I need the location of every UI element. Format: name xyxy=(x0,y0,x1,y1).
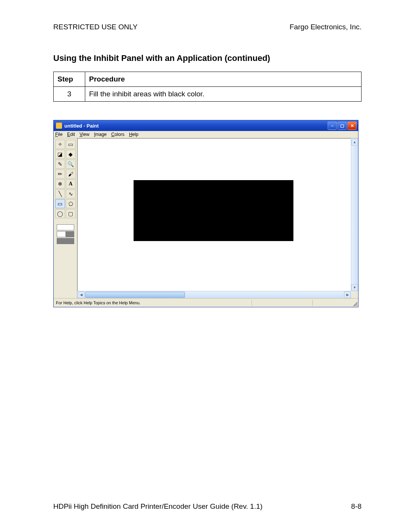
scroll-corner xyxy=(351,291,358,298)
ellipse-tool-icon[interactable]: ◯ xyxy=(55,209,65,218)
text-tool-icon[interactable]: A xyxy=(66,179,76,189)
section-title: Using the Inhibit Panel with an Applicat… xyxy=(53,53,362,63)
menu-file[interactable]: File xyxy=(55,132,62,137)
fill-tool-icon[interactable]: ◆ xyxy=(66,150,76,159)
canvas[interactable] xyxy=(77,138,351,291)
line-tool-icon[interactable]: ╲ xyxy=(55,189,65,198)
toolbox: ✧ ▭ ◪ ◆ ✎ 🔍 ✏ 🖌 ❄ A ╲ ∿ ▭ ⬠ ◯ ▢ xyxy=(54,138,77,298)
fill-option-outline-fill[interactable] xyxy=(57,231,74,237)
fill-option-outline[interactable] xyxy=(57,224,74,230)
polygon-tool-icon[interactable]: ⬠ xyxy=(66,199,76,208)
hscroll-thumb[interactable] xyxy=(85,292,185,298)
free-select-tool-icon[interactable]: ✧ xyxy=(55,140,65,149)
pencil-tool-icon[interactable]: ✏ xyxy=(55,169,65,179)
menu-edit[interactable]: Edit xyxy=(67,132,75,137)
minimize-button[interactable]: – xyxy=(328,121,337,130)
scroll-right-icon[interactable]: ▶ xyxy=(344,291,351,298)
menu-view[interactable]: View xyxy=(80,132,89,137)
cell-procedure: Fill the inhibit areas with black color. xyxy=(85,87,362,102)
fill-option-solid[interactable] xyxy=(57,238,74,244)
horizontal-scrollbar[interactable]: ◀ ▶ xyxy=(77,291,351,298)
window-title: untitled - Paint xyxy=(64,123,99,129)
footer-left: HDPii High Definition Card Printer/Encod… xyxy=(53,502,263,511)
status-divider xyxy=(252,300,252,306)
header-left: RESTRICTED USE ONLY xyxy=(53,23,137,31)
menu-image[interactable]: Image xyxy=(94,132,107,137)
vertical-scrollbar[interactable]: ▲ ▼ xyxy=(351,138,358,291)
rectangle-tool-icon[interactable]: ▭ xyxy=(55,199,65,208)
magnify-tool-icon[interactable]: 🔍 xyxy=(66,160,76,169)
scroll-left-icon[interactable]: ◀ xyxy=(78,291,84,298)
footer-right: 8-8 xyxy=(351,502,362,511)
status-text: For Help, click Help Topics on the Help … xyxy=(56,300,140,305)
resize-grip-icon[interactable] xyxy=(352,301,357,306)
statusbar: For Help, click Help Topics on the Help … xyxy=(54,298,358,307)
eraser-tool-icon[interactable]: ◪ xyxy=(55,150,65,159)
menu-help[interactable]: Help xyxy=(129,132,139,137)
menubar: File Edit View Image Colors Help xyxy=(54,131,358,138)
menu-colors[interactable]: Colors xyxy=(111,132,124,137)
header-right: Fargo Electronics, Inc. xyxy=(290,23,362,31)
round-rect-tool-icon[interactable]: ▢ xyxy=(66,209,76,218)
close-button[interactable]: ✕ xyxy=(347,121,357,130)
paint-window: untitled - Paint – ▢ ✕ File Edit View Im… xyxy=(53,120,358,307)
app-icon xyxy=(56,123,62,129)
curve-tool-icon[interactable]: ∿ xyxy=(66,189,76,198)
brush-tool-icon[interactable]: 🖌 xyxy=(66,169,76,179)
maximize-button[interactable]: ▢ xyxy=(338,121,347,130)
scroll-up-icon[interactable]: ▲ xyxy=(351,139,358,145)
th-procedure: Procedure xyxy=(85,72,362,87)
status-divider xyxy=(312,300,313,306)
scroll-down-icon[interactable]: ▼ xyxy=(351,284,358,291)
th-step: Step xyxy=(54,72,85,87)
picker-tool-icon[interactable]: ✎ xyxy=(55,160,65,169)
black-rectangle xyxy=(134,180,293,241)
cell-step: 3 xyxy=(54,87,85,102)
table-row: 3 Fill the inhibit areas with black colo… xyxy=(54,87,362,102)
airbrush-tool-icon[interactable]: ❄ xyxy=(55,179,65,189)
procedure-table: Step Procedure 3 Fill the inhibit areas … xyxy=(53,72,362,102)
titlebar[interactable]: untitled - Paint – ▢ ✕ xyxy=(54,120,358,131)
rect-select-tool-icon[interactable]: ▭ xyxy=(66,140,76,149)
tool-options xyxy=(57,224,74,244)
canvas-viewport: ▲ ▼ ◀ ▶ xyxy=(77,138,358,298)
